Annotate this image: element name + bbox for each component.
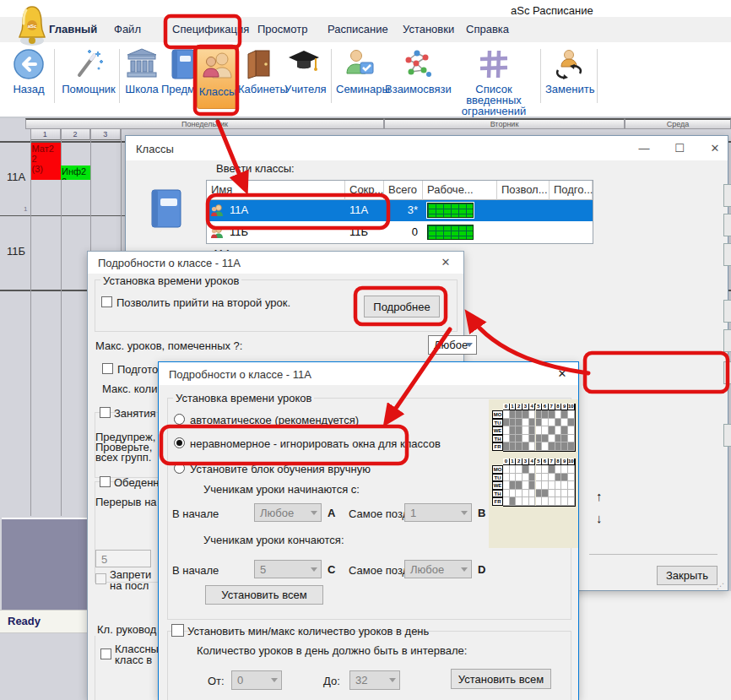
chevron-down-icon <box>271 678 278 682</box>
lunch-value-input[interactable]: 5 <box>95 550 151 567</box>
combo-a[interactable]: Любое <box>254 503 322 522</box>
move-up-button[interactable]: ↑ <box>596 489 603 503</box>
lunch-checkbox[interactable] <box>100 476 111 487</box>
combo-d[interactable]: Любое <box>404 560 472 578</box>
class-book-icon <box>149 188 183 232</box>
chevron-down-icon <box>466 343 473 347</box>
groups-button[interactable]: Группы <box>723 424 731 447</box>
close-icon[interactable]: ✕ <box>549 365 576 383</box>
toolbar-button-replace[interactable]: Заменить <box>545 46 593 95</box>
edit-button[interactable]: Исправить <box>723 214 731 236</box>
column-header-5[interactable]: Подго... <box>550 181 593 200</box>
preparation-label: Подготов <box>117 363 164 376</box>
column-header-0[interactable]: Имя <box>207 181 345 200</box>
maximize-icon[interactable]: ☐ <box>666 139 693 158</box>
seminars-icon <box>343 46 378 82</box>
menu-item-specification[interactable]: Спецификация <box>172 23 249 35</box>
to-combo[interactable]: 32 <box>349 670 400 690</box>
max-marked-combo[interactable]: Любое <box>428 335 477 355</box>
menu-item-main[interactable]: Главный <box>49 23 97 35</box>
to-label: До: <box>323 675 340 687</box>
grid-row-header: TH <box>492 490 503 498</box>
combo-b[interactable]: 1 <box>404 503 472 522</box>
forbid-checkbox[interactable] <box>95 573 106 584</box>
more-details-button[interactable]: Подробнее <box>364 296 440 317</box>
menu-item-view[interactable]: Просмотр <box>257 23 307 35</box>
grid-col-header: 1 <box>510 459 517 465</box>
close-button[interactable]: Закрыть <box>657 566 717 585</box>
toolbar-button-back[interactable]: Назад <box>8 46 49 95</box>
radio-automatic[interactable] <box>174 414 185 425</box>
column-header-4[interactable]: Позвол... <box>497 181 550 200</box>
set-all-button-2[interactable]: Установить всем <box>451 669 551 689</box>
grid-col-header: 0 <box>503 404 510 410</box>
lesson-card[interactable]: Мат2 2 (3) <box>31 143 61 180</box>
move-down-button[interactable]: ↓ <box>596 511 603 525</box>
toolbar-separator <box>119 49 120 103</box>
grid-row-header: FR <box>492 442 503 451</box>
class-row-label-11А[interactable]: 11А <box>7 171 30 183</box>
class-details-dialog-2: Подробности о классе - 11А ✕ Установка в… <box>158 361 579 700</box>
toolbar-separator <box>540 49 541 103</box>
column-header-2[interactable]: Всего <box>384 181 423 200</box>
back-icon <box>11 46 46 82</box>
toolbar-button-school[interactable]: Школа <box>122 46 161 95</box>
lesson-card[interactable]: Инф2 2 <box>61 166 90 180</box>
grid-col-header: 3 <box>523 459 529 465</box>
radio-manual[interactable] <box>174 463 185 474</box>
radio-uneven[interactable] <box>174 437 185 448</box>
grid-col-header: 9 <box>561 404 568 410</box>
resize-grip[interactable]: ⋰ <box>717 582 724 590</box>
column-header-3[interactable]: Рабоче... <box>423 181 497 200</box>
tag-c: C <box>328 563 335 576</box>
close-icon[interactable]: ✕ <box>701 139 728 158</box>
grid-col-header: 8 <box>555 459 562 465</box>
grid-col-header: 1 <box>510 404 517 410</box>
pupil-icon <box>210 225 224 239</box>
menu-item-options[interactable]: Установки <box>403 23 454 35</box>
close-icon[interactable]: ✕ <box>432 253 459 272</box>
preparation-checkbox[interactable] <box>102 363 113 374</box>
toolbar-button-classes[interactable]: Классы <box>197 45 239 109</box>
window-title: aSc Расписание <box>511 4 593 17</box>
toolbar-separator <box>54 49 55 103</box>
grid-col-header: 4 <box>529 404 536 410</box>
menu-item-help[interactable]: Справка <box>466 23 509 35</box>
lessons-button[interactable]: Уроки <box>723 300 731 323</box>
set-all-button[interactable]: Установить всем <box>205 585 323 605</box>
new-button[interactable]: Новый <box>723 184 731 207</box>
toolbar-button-relations[interactable]: Взаимосвязи <box>385 46 449 95</box>
grid-row-header: TU <box>492 474 503 482</box>
toolbar-button-wizard[interactable]: Помощник <box>61 46 116 95</box>
head-teacher-checkbox[interactable] <box>100 648 111 659</box>
forbid-label-2: на посл <box>110 579 149 592</box>
toolbar-button-rooms[interactable]: Кабинеты <box>238 46 285 95</box>
details1-title: Подробности о классе - 11А <box>98 257 241 269</box>
menu-item-timetable[interactable]: Расписание <box>328 23 388 35</box>
from-combo[interactable]: 0 <box>231 670 282 690</box>
toolbar-button-seminars[interactable]: Семинары <box>336 46 385 95</box>
menu-item-file[interactable]: Файл <box>114 23 141 35</box>
column-header-1[interactable]: Сокр... <box>345 181 384 200</box>
details1-titlebar[interactable]: Подробности о классе - 11А <box>88 252 463 274</box>
details2-titlebar[interactable]: Подробности о классе - 11А <box>159 362 578 385</box>
working-time-button[interactable]: Рабочее время <box>723 329 731 352</box>
delete-button[interactable]: Удалить <box>723 243 731 266</box>
chevron-down-icon <box>389 678 396 682</box>
toolbar-button-constraints-list[interactable]: Список введенных ограничений <box>449 46 539 117</box>
minmax-label: Установить мин/макс количество уроков в … <box>187 625 429 638</box>
grid-row-header: WE <box>492 481 503 490</box>
activities-checkbox[interactable] <box>100 407 111 418</box>
table-row-11Б[interactable]: 11Б11Б0 <box>207 222 593 243</box>
allow-second-lesson-checkbox[interactable] <box>101 296 112 307</box>
combo-c[interactable]: 5 <box>254 560 322 578</box>
constraints-button[interactable]: Ограничения <box>723 361 731 384</box>
toolbar-button-teachers[interactable]: Учителя <box>284 46 323 95</box>
grid-col-header: 10 <box>568 404 575 410</box>
tag-b: B <box>478 507 485 519</box>
minimize-icon[interactable]: — <box>631 139 658 158</box>
minmax-checkbox[interactable] <box>171 624 184 637</box>
table-row-11А[interactable]: 11А11А3* <box>207 200 593 221</box>
lunch-label: Обеденн <box>114 476 160 489</box>
class-row-label-11Б[interactable]: 11Б <box>7 245 30 258</box>
